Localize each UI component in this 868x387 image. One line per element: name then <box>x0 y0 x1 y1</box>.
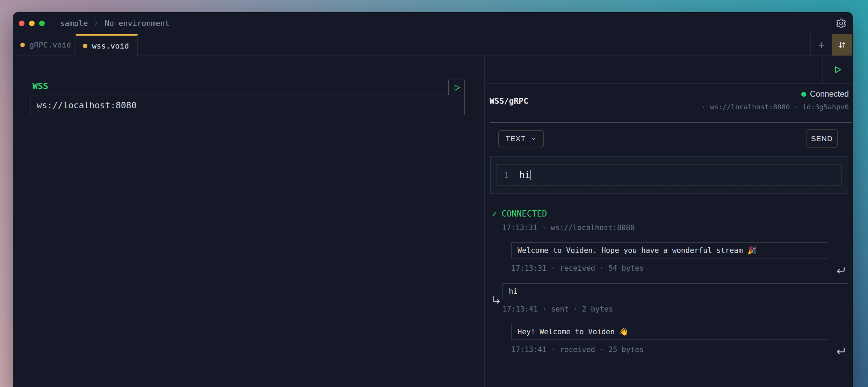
maximize-window-button[interactable] <box>39 21 45 26</box>
message-log: ✓ CONNECTED 17:13:31 · ws://localhost:80… <box>492 209 852 354</box>
run-request-button[interactable] <box>822 56 852 83</box>
connected-event: ✓ CONNECTED <box>492 209 852 219</box>
unsaved-dot-icon <box>83 44 87 48</box>
close-window-button[interactable] <box>19 21 24 26</box>
status-dot-icon <box>801 92 806 97</box>
run-toolbar <box>485 56 852 84</box>
return-arrow-icon <box>835 265 847 278</box>
message-editor[interactable]: 1 hi <box>490 156 848 194</box>
message-text: Hey! Welcome to Voiden 👋 <box>518 328 628 336</box>
document-panel: WSS ws://localhost:8080 <box>13 56 485 387</box>
chevron-down-icon <box>530 136 537 142</box>
project-name[interactable]: sample <box>60 19 88 28</box>
connection-panel: WSS/gRPC Connected · ws://localhost:8080… <box>485 56 852 387</box>
split-view-button[interactable] <box>832 34 852 56</box>
line-number: 1 <box>504 170 519 180</box>
tab-grpc-void[interactable]: gRPC.void <box>13 34 76 56</box>
tab-bar: gRPC.void wss.void + <box>13 34 852 56</box>
tab-label: wss.void <box>92 42 129 50</box>
connection-title: WSS/gRPC <box>490 96 528 105</box>
tab-wss-void[interactable]: wss.void <box>76 34 138 56</box>
play-icon <box>453 83 461 92</box>
editor-content: hi <box>519 170 530 180</box>
breadcrumb: sample No environment <box>60 19 169 28</box>
connected-label: CONNECTED <box>501 209 547 219</box>
main-split: WSS ws://localhost:8080 WSS/gRPC Connect… <box>13 56 852 387</box>
composer-toolbar: TEXT SEND <box>498 129 838 148</box>
tabstrip-spacer <box>138 34 796 56</box>
log-message-received: Welcome to Voiden. Hope you have a wonde… <box>511 242 828 272</box>
return-arrow-icon <box>835 345 847 359</box>
app-window: sample No environment gRPC.void wss.void… <box>13 12 853 387</box>
protocol-heading: WSS <box>32 81 484 92</box>
log-message-sent: hi 17:13:41 · sent · 2 bytes <box>502 283 848 313</box>
swap-arrows-icon <box>837 40 847 50</box>
header-divider <box>490 122 852 123</box>
message-type-value: TEXT <box>506 134 526 143</box>
traffic-lights <box>19 21 45 26</box>
message-text: hi <box>509 287 518 295</box>
connection-status: Connected <box>801 89 849 99</box>
sent-arrow-icon <box>490 294 502 308</box>
message-meta: 17:13:41 · sent · 2 bytes <box>502 305 848 313</box>
message-bubble: Welcome to Voiden. Hope you have a wonde… <box>511 242 828 258</box>
tabstrip-cell <box>796 34 810 56</box>
environment-selector[interactable]: No environment <box>104 19 169 28</box>
check-icon: ✓ <box>492 209 497 219</box>
tab-label: gRPC.void <box>29 41 71 49</box>
unsaved-dot-icon <box>20 43 25 47</box>
titlebar: sample No environment <box>13 13 852 34</box>
message-bubble: hi <box>502 283 848 299</box>
connection-meta: · ws://localhost:8080 · id:3g5ahpv0 <box>702 103 849 111</box>
play-icon <box>833 65 842 74</box>
new-tab-button[interactable]: + <box>810 34 832 56</box>
message-meta: 17:13:41 · received · 25 bytes <box>511 345 828 354</box>
breadcrumb-chevron-icon <box>93 20 100 27</box>
message-type-select[interactable]: TEXT <box>498 130 544 147</box>
url-row: ws://localhost:8080 <box>13 95 484 115</box>
websocket-url-input[interactable]: ws://localhost:8080 <box>30 95 465 115</box>
connect-play-button[interactable] <box>448 80 465 95</box>
message-text: Welcome to Voiden. Hope you have a wonde… <box>518 246 757 255</box>
message-editor-inner: 1 hi <box>497 164 842 186</box>
log-message-received: Hey! Welcome to Voiden 👋 17:13:41 · rece… <box>511 324 828 354</box>
text-cursor <box>530 170 531 180</box>
connection-header: WSS/gRPC Connected · ws://localhost:8080… <box>485 84 852 122</box>
connected-meta: 17:13:31 · ws://localhost:8080 <box>502 224 852 232</box>
message-bubble: Hey! Welcome to Voiden 👋 <box>511 324 828 340</box>
send-button[interactable]: SEND <box>806 129 838 148</box>
gear-icon[interactable] <box>836 18 847 29</box>
minimize-window-button[interactable] <box>29 21 35 26</box>
plus-icon: + <box>818 39 824 51</box>
message-meta: 17:13:31 · received · 54 bytes <box>511 264 828 272</box>
status-label: Connected <box>810 89 849 99</box>
